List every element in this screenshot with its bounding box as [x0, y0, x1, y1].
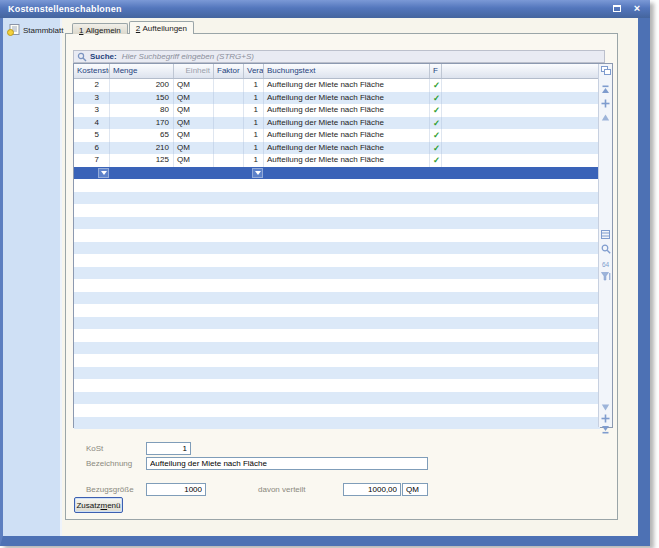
column-header-faktor[interactable]: Faktor [214, 64, 244, 78]
sidebar: Stammblatt [3, 18, 62, 536]
check-icon: ✓ [433, 105, 440, 115]
kost-label: KoSt [86, 444, 103, 453]
empty-row [74, 367, 600, 380]
kost-field[interactable] [146, 442, 191, 455]
scroll-pagedown-icon[interactable] [600, 413, 611, 424]
close-icon: × [634, 3, 641, 14]
scroll-down-icon[interactable] [600, 402, 611, 413]
empty-row [74, 392, 600, 405]
sum-badge-icon[interactable]: 64 [600, 259, 611, 270]
column-header-f[interactable]: F [430, 64, 442, 78]
cell-f: ✓ [430, 142, 442, 155]
column-header-filler[interactable] [442, 64, 600, 78]
cell-buchungstext: Aufteilung der Miete nach Fläche [264, 104, 430, 117]
cell-vera: 1 [244, 92, 264, 105]
cell-f: ✓ [430, 104, 442, 117]
empty-row [74, 342, 600, 355]
data-grid: KostenstelleMengeEinheitFaktorVeraBuchun… [73, 63, 613, 428]
table-row[interactable]: 6210QM1Aufteilung der Miete nach Fläche✓ [74, 142, 600, 155]
table-row[interactable]: 7125QM1Aufteilung der Miete nach Fläche✓ [74, 154, 600, 167]
scroll-up-icon[interactable] [600, 112, 611, 123]
new-entry-row-selected[interactable] [74, 167, 600, 180]
cell-kostenstelle: 3 [74, 104, 110, 117]
table-row[interactable]: 565QM1Aufteilung der Miete nach Fläche✓ [74, 129, 600, 142]
cell-vera: 1 [244, 142, 264, 155]
empty-row [74, 204, 600, 217]
tab-aufteilungen[interactable]: 2 Aufteilungen [129, 21, 194, 34]
bezugsgroesse-field[interactable] [146, 483, 206, 496]
tab-strip: 1 Allgemein 2 Aufteilungen [72, 21, 195, 34]
kostenstelle-dropdown-button[interactable] [98, 168, 109, 178]
cell-faktor [214, 92, 244, 105]
empty-row [74, 179, 600, 192]
scroll-pageup-icon[interactable] [600, 98, 611, 109]
empty-row [74, 317, 600, 330]
cell-filler [442, 79, 600, 92]
table-row[interactable]: 2200QM1Aufteilung der Miete nach Fläche✓ [74, 79, 600, 92]
grid-table: KostenstelleMengeEinheitFaktorVeraBuchun… [74, 64, 600, 429]
empty-row [74, 417, 600, 430]
search-placeholder: Hier Suchbegriff eingeben (STRG+S) [122, 52, 254, 61]
window-titlebar: Kostenstellenschablonen × [0, 0, 650, 18]
cell-kostenstelle: 5 [74, 129, 110, 142]
column-header-vera[interactable]: Vera [244, 64, 264, 78]
davon-verteilt-field[interactable] [343, 483, 401, 496]
cell-kostenstelle: 2 [74, 79, 110, 92]
cell-f: ✓ [430, 117, 442, 130]
chevron-down-icon [101, 171, 107, 175]
cell-f: ✓ [430, 92, 442, 105]
table-row[interactable]: 380QM1Aufteilung der Miete nach Fläche✓ [74, 104, 600, 117]
column-header-einheit[interactable]: Einheit [174, 64, 214, 78]
check-icon: ✓ [433, 93, 440, 103]
empty-row [74, 242, 600, 255]
filter-icon[interactable] [600, 271, 611, 282]
restore-button[interactable] [610, 2, 624, 15]
empty-row [74, 267, 600, 280]
cell-buchungstext: Aufteilung der Miete nach Fläche [264, 129, 430, 142]
cell-vera: 1 [244, 154, 264, 167]
grid-search-bar[interactable]: Suche: Hier Suchbegriff eingeben (STRG+S… [73, 50, 605, 63]
bezeichnung-field[interactable] [146, 457, 428, 470]
cell-filler [442, 92, 600, 105]
cell-einheit: QM [174, 117, 214, 130]
empty-row [74, 192, 600, 205]
cell-faktor [214, 154, 244, 167]
close-button[interactable]: × [630, 2, 644, 15]
bezeichnung-label: Bezeichnung [86, 459, 132, 468]
sidebar-item-stammblatt[interactable]: Stammblatt [3, 18, 60, 38]
cell-einheit: QM [174, 142, 214, 155]
column-header-kostenstelle[interactable]: Kostenstelle [74, 64, 110, 78]
empty-row [74, 254, 600, 267]
column-header-menge[interactable]: Menge [110, 64, 174, 78]
tab-allgemein[interactable]: 1 Allgemein [72, 23, 128, 34]
titlebar-buttons: × [610, 2, 644, 15]
vera-dropdown-button[interactable] [252, 168, 263, 178]
cell-buchungstext: Aufteilung der Miete nach Fläche [264, 154, 430, 167]
zusatzmenu-button[interactable]: Zusatzmenü [74, 497, 123, 513]
tab-page-aufteilungen: Suche: Hier Suchbegriff eingeben (STRG+S… [65, 33, 618, 520]
cell-vera: 1 [244, 104, 264, 117]
cell-filler [442, 104, 600, 117]
cell-menge: 210 [110, 142, 174, 155]
cell-menge: 65 [110, 129, 174, 142]
table-row[interactable]: 3150QM1Aufteilung der Miete nach Fläche✓ [74, 92, 600, 105]
restore-icon [613, 5, 621, 12]
zoom-search-icon[interactable] [600, 243, 611, 254]
empty-row [74, 329, 600, 342]
cell-filler [442, 117, 600, 130]
cell-faktor [214, 79, 244, 92]
column-chooser-icon[interactable] [600, 65, 611, 76]
empty-row [74, 404, 600, 417]
column-header-buchungstext[interactable]: Buchungstext [264, 64, 430, 78]
empty-row [74, 229, 600, 242]
scroll-first-icon[interactable] [600, 84, 611, 95]
table-row[interactable]: 4170QM1Aufteilung der Miete nach Fläche✓ [74, 117, 600, 130]
detail-view-icon[interactable] [600, 229, 611, 240]
scroll-last-icon[interactable] [600, 424, 611, 435]
cell-menge: 80 [110, 104, 174, 117]
cell-menge: 200 [110, 79, 174, 92]
app-window: Kostenstellenschablonen × Stammblatt 1 A… [0, 0, 650, 546]
search-label: Suche: [90, 52, 117, 61]
davon-einheit-field[interactable] [402, 483, 428, 496]
empty-row [74, 292, 600, 305]
